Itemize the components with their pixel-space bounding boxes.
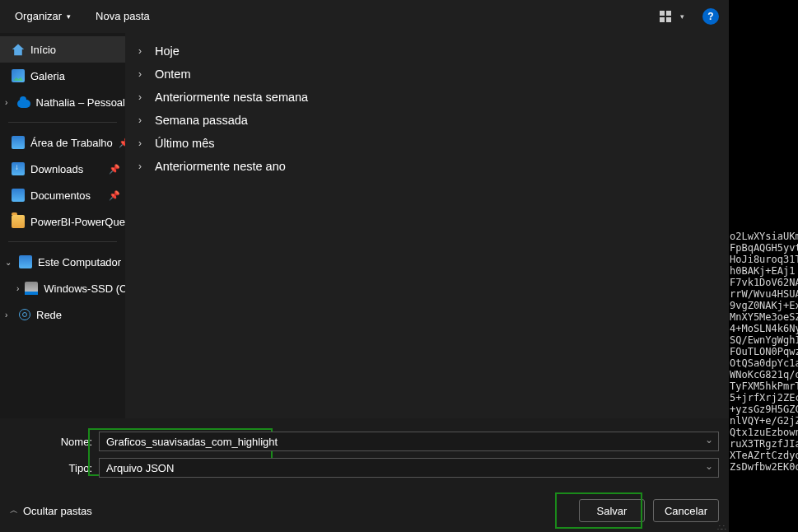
help-button[interactable]: ? bbox=[702, 8, 719, 25]
document-icon bbox=[12, 189, 25, 202]
download-icon bbox=[12, 162, 25, 175]
group-earlier-year[interactable]: › Anteriormente neste ano bbox=[125, 155, 729, 178]
view-mode-button[interactable] bbox=[656, 7, 674, 26]
chevron-down-icon: ⌄ bbox=[5, 258, 13, 267]
resize-grip-icon[interactable]: ∴∴ bbox=[717, 526, 726, 530]
dialog-toolbar: Organizar Nova pasta ▾ ? bbox=[0, 0, 729, 33]
editor-background-text: o2LwXYsiaUKm FpBqAQGH5yvt HoJi8uroq31T h… bbox=[730, 231, 798, 473]
group-last-month[interactable]: › Último mês bbox=[125, 132, 729, 155]
sidebar-item-this-pc[interactable]: ⌄ Este Computador bbox=[0, 249, 125, 275]
cancel-button[interactable]: Cancelar bbox=[653, 499, 719, 522]
sidebar-item-personal[interactable]: › Nathalia – Pessoal bbox=[0, 89, 125, 115]
organize-button[interactable]: Organizar bbox=[10, 7, 76, 26]
sidebar-item-home[interactable]: Início bbox=[0, 36, 125, 63]
pin-icon: 📌 bbox=[119, 138, 125, 148]
group-today[interactable]: › Hoje bbox=[125, 40, 729, 63]
hide-folders-label: Ocultar pastas bbox=[23, 505, 92, 517]
group-yesterday[interactable]: › Ontem bbox=[125, 63, 729, 86]
sidebar-item-desktop[interactable]: Área de Trabalho 📌 bbox=[0, 129, 125, 156]
group-label: Semana passada bbox=[155, 114, 248, 127]
grid-icon bbox=[660, 11, 671, 22]
sidebar-label: Nathalia – Pessoal bbox=[36, 96, 125, 109]
group-label: Anteriormente nesta semana bbox=[155, 91, 308, 104]
chevron-right-icon: › bbox=[16, 284, 19, 293]
chevron-right-icon: › bbox=[5, 310, 13, 320]
group-label: Último mês bbox=[155, 137, 215, 150]
sidebar-label: Este Computador bbox=[38, 256, 121, 268]
sidebar-item-network[interactable]: › Rede bbox=[0, 301, 125, 328]
dialog-footer: Nome: Graficos_suavisadas_com_highlight … bbox=[0, 418, 729, 532]
pin-icon: 📌 bbox=[109, 190, 120, 201]
chevron-right-icon: › bbox=[138, 161, 147, 172]
filetype-row: Tipo: Arquivo JSON bbox=[10, 458, 719, 478]
chevron-right-icon: › bbox=[138, 45, 147, 57]
chevron-up-icon: ︿ bbox=[10, 505, 18, 516]
chevron-right-icon: › bbox=[5, 98, 12, 107]
sidebar-item-gallery[interactable]: Galeria bbox=[0, 63, 125, 89]
file-list-area: › Hoje › Ontem › Anteriormente nesta sem… bbox=[125, 33, 729, 418]
chevron-right-icon: › bbox=[138, 138, 147, 149]
hide-folders-toggle[interactable]: ︿ Ocultar pastas bbox=[10, 505, 92, 517]
desktop-icon bbox=[12, 136, 25, 149]
chevron-right-icon: › bbox=[138, 68, 147, 80]
home-icon bbox=[12, 43, 25, 56]
chevron-right-icon: › bbox=[138, 114, 147, 126]
sidebar-label: Galeria bbox=[30, 70, 65, 82]
filename-label: Nome: bbox=[10, 436, 99, 448]
sidebar-label: Início bbox=[30, 44, 56, 56]
sidebar-item-drive[interactable]: › Windows-SSD (C: bbox=[0, 275, 125, 301]
sidebar-item-downloads[interactable]: Downloads 📌 bbox=[0, 156, 125, 182]
new-folder-button[interactable]: Nova pasta bbox=[91, 7, 155, 26]
sidebar-item-folder[interactable]: PowerBI-PowerQue bbox=[0, 208, 125, 235]
sidebar-separator bbox=[8, 122, 117, 123]
folder-icon bbox=[12, 215, 25, 228]
group-earlier-week[interactable]: › Anteriormente nesta semana bbox=[125, 86, 729, 109]
sidebar-separator bbox=[8, 241, 117, 242]
sidebar-label: Rede bbox=[36, 309, 62, 321]
filename-row: Nome: Graficos_suavisadas_com_highlight bbox=[10, 432, 719, 451]
network-icon bbox=[19, 309, 30, 320]
group-label: Ontem bbox=[155, 68, 191, 81]
filetype-label: Tipo: bbox=[10, 462, 99, 474]
group-last-week[interactable]: › Semana passada bbox=[125, 109, 729, 132]
drive-icon bbox=[25, 282, 38, 295]
save-dialog: Organizar Nova pasta ▾ ? Início Galeria … bbox=[0, 0, 729, 532]
sidebar-label: PowerBI-PowerQue bbox=[30, 216, 125, 228]
pin-icon: 📌 bbox=[109, 164, 120, 175]
sidebar-label: Downloads bbox=[30, 163, 83, 175]
sidebar-label: Windows-SSD (C: bbox=[44, 282, 125, 295]
filename-input[interactable]: Graficos_suavisadas_com_highlight bbox=[99, 432, 719, 451]
group-label: Anteriormente neste ano bbox=[155, 160, 286, 173]
sidebar-item-documents[interactable]: Documentos 📌 bbox=[0, 182, 125, 208]
filetype-select[interactable]: Arquivo JSON bbox=[99, 458, 719, 478]
footer-actions-row: ︿ Ocultar pastas Salvar Cancelar bbox=[10, 499, 719, 522]
view-mode-dropdown[interactable]: ▾ bbox=[673, 7, 691, 26]
sidebar-label: Documentos bbox=[30, 189, 91, 202]
cloud-icon bbox=[17, 100, 30, 108]
dialog-body: Início Galeria › Nathalia – Pessoal Área… bbox=[0, 33, 729, 418]
chevron-right-icon: › bbox=[138, 91, 147, 103]
gallery-icon bbox=[12, 69, 25, 82]
save-button[interactable]: Salvar bbox=[579, 499, 645, 522]
navigation-sidebar: Início Galeria › Nathalia – Pessoal Área… bbox=[0, 33, 125, 418]
sidebar-label: Área de Trabalho bbox=[30, 137, 113, 149]
pc-icon bbox=[19, 255, 32, 268]
group-label: Hoje bbox=[155, 44, 180, 58]
